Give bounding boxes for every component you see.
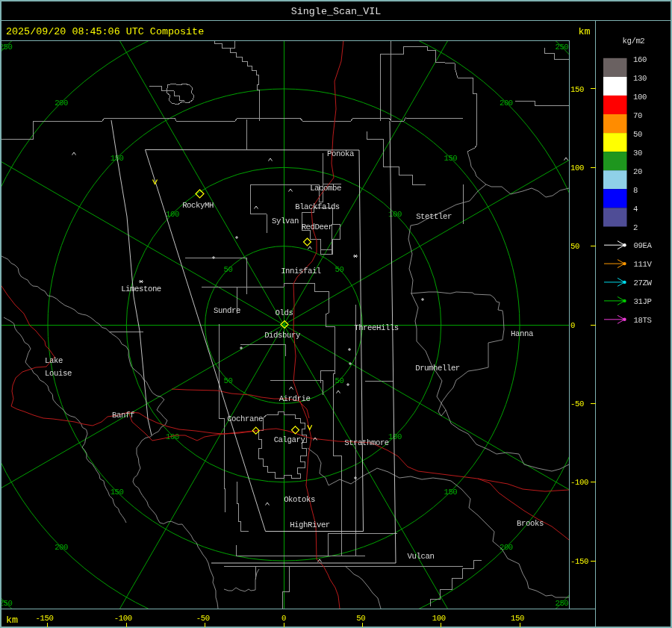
svg-text:150: 150 xyxy=(570,85,584,94)
svg-text:50: 50 xyxy=(224,265,233,274)
svg-text:50: 50 xyxy=(224,376,233,385)
svg-text:Ponoka: Ponoka xyxy=(327,149,355,158)
svg-text:200: 200 xyxy=(500,543,513,552)
svg-text:27ZW: 27ZW xyxy=(634,279,653,287)
svg-text:0: 0 xyxy=(570,321,575,330)
svg-text:-150: -150 xyxy=(36,614,54,623)
svg-text:31JP: 31JP xyxy=(634,297,652,306)
svg-text:Lacombe: Lacombe xyxy=(310,184,341,193)
svg-text:km: km xyxy=(6,615,18,626)
svg-text:Banff: Banff xyxy=(112,411,134,420)
svg-text:70: 70 xyxy=(633,111,642,120)
svg-text:Innisfail: Innisfail xyxy=(281,267,321,276)
svg-text:100: 100 xyxy=(432,614,446,623)
svg-text:200: 200 xyxy=(55,99,68,108)
svg-text:Vulcan: Vulcan xyxy=(408,552,435,561)
svg-text:30: 30 xyxy=(633,149,642,158)
svg-text:20: 20 xyxy=(633,167,642,176)
svg-text:130: 130 xyxy=(633,74,647,83)
svg-text:8: 8 xyxy=(633,186,638,195)
svg-text:2: 2 xyxy=(633,223,638,232)
svg-text:kg/m2: kg/m2 xyxy=(623,37,645,46)
svg-text:160: 160 xyxy=(633,55,647,64)
svg-text:Didsbury: Didsbury xyxy=(264,331,301,340)
svg-text:HighRiver: HighRiver xyxy=(290,520,330,529)
svg-text:Single_Scan_VIL: Single_Scan_VIL xyxy=(291,6,382,17)
svg-text:Blackfalds: Blackfalds xyxy=(295,202,340,211)
svg-text:0: 0 xyxy=(281,614,286,623)
svg-text:RedDeer: RedDeer xyxy=(302,223,333,231)
svg-text:Olds: Olds xyxy=(276,308,293,317)
svg-text:200: 200 xyxy=(55,543,68,552)
svg-text:Hanna: Hanna xyxy=(511,329,534,338)
svg-text:-50: -50 xyxy=(570,400,584,408)
svg-text:Calgary: Calgary xyxy=(274,435,306,444)
svg-text:Brooks: Brooks xyxy=(517,519,544,528)
svg-text:Sundre: Sundre xyxy=(214,306,240,315)
svg-text:4: 4 xyxy=(633,205,638,214)
svg-text:-100: -100 xyxy=(570,478,588,487)
svg-text:100: 100 xyxy=(388,210,402,219)
svg-text:18TS: 18TS xyxy=(634,316,652,325)
svg-text:Cochrane: Cochrane xyxy=(227,414,263,423)
svg-text:09EA: 09EA xyxy=(634,241,653,250)
svg-text:150: 150 xyxy=(444,488,457,497)
svg-text:100: 100 xyxy=(633,93,647,102)
svg-text:150: 150 xyxy=(444,154,457,163)
svg-text:RockyMH: RockyMH xyxy=(182,201,214,210)
svg-text:2025/09/20 08:45:06 UTC Compos: 2025/09/20 08:45:06 UTC Composite xyxy=(6,26,204,37)
svg-text:250: 250 xyxy=(0,599,13,608)
svg-text:Drumheller: Drumheller xyxy=(415,364,460,373)
svg-text:ThreeHills: ThreeHills xyxy=(354,323,399,332)
svg-text:Limestone: Limestone xyxy=(121,285,161,293)
svg-text:100: 100 xyxy=(570,164,584,172)
svg-text:50: 50 xyxy=(356,614,365,623)
svg-text:km: km xyxy=(578,26,590,37)
svg-text:200: 200 xyxy=(500,99,513,108)
svg-text:250: 250 xyxy=(555,599,568,608)
svg-text:-50: -50 xyxy=(196,614,210,623)
svg-text:Okotoks: Okotoks xyxy=(284,495,315,504)
svg-text:50: 50 xyxy=(335,376,344,385)
svg-text:Sylvan: Sylvan xyxy=(272,217,299,226)
svg-text:-100: -100 xyxy=(114,614,132,623)
svg-text:150: 150 xyxy=(111,488,124,497)
svg-text:Strathmore: Strathmore xyxy=(344,438,389,447)
svg-text:111V: 111V xyxy=(634,260,653,269)
svg-text:-150: -150 xyxy=(570,557,588,566)
svg-text:100: 100 xyxy=(166,210,179,219)
svg-text:Airdrie: Airdrie xyxy=(279,394,311,403)
svg-text:50: 50 xyxy=(335,265,344,274)
svg-text:Louise: Louise xyxy=(45,369,72,378)
svg-text:50: 50 xyxy=(633,130,642,139)
svg-text:50: 50 xyxy=(570,242,579,251)
svg-text:100: 100 xyxy=(166,432,179,441)
svg-text:Lake: Lake xyxy=(45,356,63,365)
svg-text:100: 100 xyxy=(388,432,402,441)
svg-text:250: 250 xyxy=(0,43,13,52)
svg-text:250: 250 xyxy=(555,43,568,52)
svg-text:150: 150 xyxy=(511,614,524,623)
svg-text:Stettler: Stettler xyxy=(416,212,452,221)
